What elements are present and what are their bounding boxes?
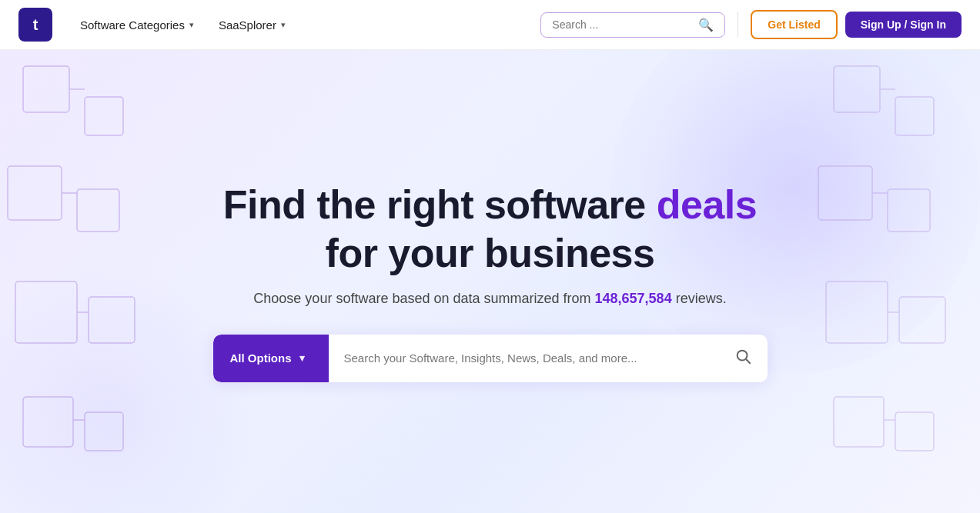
svg-rect-6 <box>23 397 73 447</box>
svg-rect-4 <box>15 281 77 343</box>
svg-rect-15 <box>888 189 930 232</box>
search-dropdown-label: All Options <box>230 351 292 365</box>
get-listed-button[interactable]: Get Listed <box>751 10 837 39</box>
hero-search-input[interactable] <box>329 335 727 382</box>
svg-rect-13 <box>895 97 934 135</box>
nav-item-software-categories[interactable]: Software Categories ▾ <box>71 12 203 38</box>
svg-rect-18 <box>834 397 884 447</box>
hero-title-accent: deals <box>657 182 757 227</box>
svg-rect-5 <box>89 297 135 343</box>
svg-rect-1 <box>85 97 123 135</box>
svg-rect-19 <box>895 412 934 451</box>
saasplorer-label: SaaSplorer <box>219 18 276 32</box>
svg-rect-7 <box>85 412 123 451</box>
nav-search-bar: 🔍 <box>540 12 725 38</box>
sign-up-button[interactable]: Sign Up / Sign In <box>845 12 962 38</box>
hero-title: Find the right software deals for your b… <box>213 181 768 277</box>
hero-title-part2: for your business <box>326 231 655 275</box>
logo-letter: t <box>33 16 38 34</box>
svg-rect-2 <box>8 166 62 220</box>
hero-search-button[interactable] <box>727 335 768 382</box>
svg-point-24 <box>737 351 747 361</box>
subtitle-prefix: Choose your software based on data summa… <box>253 291 594 306</box>
chevron-down-icon: ▾ <box>299 352 305 364</box>
search-dropdown-button[interactable]: All Options ▾ <box>213 335 329 382</box>
circuit-decoration-left <box>0 50 169 513</box>
nav-links: Software Categories ▾ SaaSplorer ▾ <box>71 12 295 38</box>
subtitle-suffix: reviews. <box>672 291 727 306</box>
search-icon[interactable]: 🔍 <box>698 18 714 32</box>
svg-rect-16 <box>826 281 888 343</box>
hero-section: Find the right software deals for your b… <box>0 50 980 513</box>
search-icon <box>734 348 751 368</box>
nav-item-saasplorer[interactable]: SaaSplorer ▾ <box>209 12 295 38</box>
hero-title-part1: Find the right software <box>223 182 657 227</box>
svg-rect-17 <box>899 297 945 343</box>
reviews-count: 148,657,584 <box>595 291 672 306</box>
logo[interactable]: t <box>18 8 52 42</box>
chevron-down-icon: ▾ <box>281 20 286 30</box>
svg-rect-12 <box>834 66 880 112</box>
hero-subtitle: Choose your software based on data summa… <box>213 291 768 307</box>
svg-rect-14 <box>818 166 872 220</box>
circuit-decoration-right <box>811 50 980 513</box>
nav-search-input[interactable] <box>552 18 698 31</box>
svg-rect-3 <box>77 189 119 232</box>
nav-divider <box>738 12 738 37</box>
hero-content: Find the right software deals for your b… <box>213 181 768 382</box>
chevron-down-icon: ▾ <box>189 20 194 30</box>
logo-box: t <box>18 8 52 42</box>
navbar: t Software Categories ▾ SaaSplorer ▾ 🔍 G… <box>0 0 980 50</box>
hero-search-container: All Options ▾ <box>213 335 768 382</box>
svg-rect-0 <box>23 66 69 112</box>
software-categories-label: Software Categories <box>80 18 185 32</box>
svg-line-25 <box>746 360 750 364</box>
